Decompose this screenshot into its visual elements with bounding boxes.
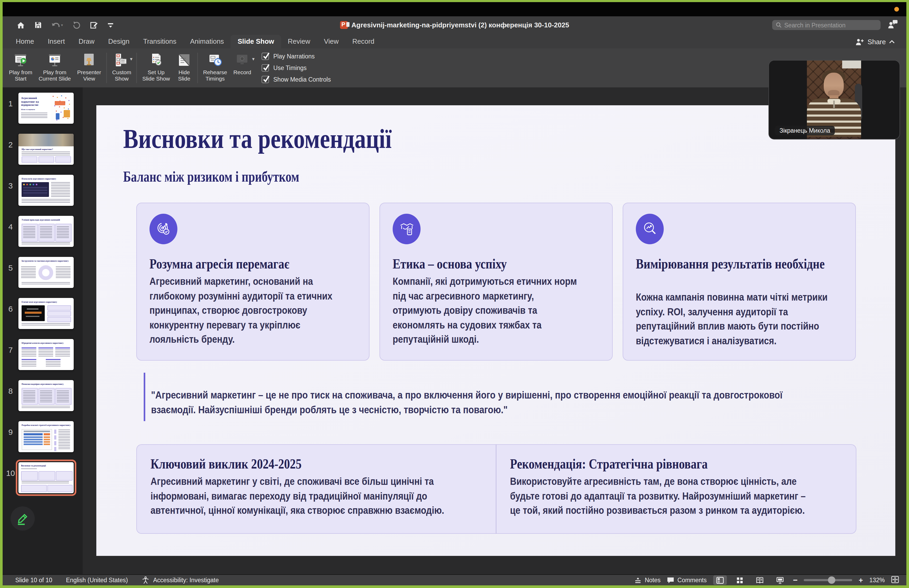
recommendation-card: Рекомендація: Стратегічна рівновага Вико… — [496, 444, 856, 534]
share-button[interactable]: Share — [856, 38, 906, 46]
chevron-up-icon — [889, 40, 895, 44]
titlebar: ▾ Agresivnij-marketing-na-pidpriyemstvi … — [3, 16, 906, 34]
zoom-level[interactable]: 132% — [869, 577, 885, 583]
magnifier-chart-icon — [636, 214, 664, 244]
pencil-icon — [16, 512, 29, 525]
normal-view-button[interactable] — [713, 575, 727, 585]
powerpoint-app-icon — [340, 21, 348, 29]
quick-access-toolbar: ▾ — [3, 21, 113, 29]
tab-home[interactable]: Home — [9, 35, 41, 48]
thumbnail-slide-7[interactable]: 7 Юридичні аспекти агресивного маркетинг… — [3, 339, 82, 370]
notes-button[interactable]: Notes — [634, 577, 660, 583]
webcam-overlay[interactable]: Зікранець Микола — [769, 60, 900, 139]
tab-transitions[interactable]: Transitions — [136, 35, 183, 48]
slide-indicator: Slide 10 of 10 — [15, 577, 52, 583]
slide-editing-area: Висновки та рекомендації Баланс між ризи… — [82, 87, 906, 574]
check-icon — [263, 52, 270, 59]
slide-title: Висновки та рекомендації — [123, 123, 392, 155]
document-title: Agresivnij-marketing-na-pidpriyemstvi (2… — [351, 21, 569, 29]
comments-icon — [667, 577, 674, 583]
draw-pencil-button[interactable] — [11, 506, 35, 531]
record-button[interactable]: ▼ Record — [230, 48, 255, 87]
notes-icon — [634, 577, 642, 583]
slide-show-view-button[interactable] — [773, 575, 786, 585]
thumbnail-slide-9[interactable]: 9 Розробка власної стратегії агресивного… — [3, 421, 82, 452]
play-narrations-checkbox[interactable]: Play Narrations — [262, 53, 331, 60]
play-from-start-button[interactable]: Play fromStart — [6, 48, 36, 87]
quote-block: "Агресивний маркетинг – це не про тиск н… — [144, 373, 814, 421]
slide-sorter-view-button[interactable] — [733, 575, 747, 585]
custom-show-button[interactable]: ▼ CustomShow — [109, 48, 134, 87]
comments-button[interactable]: Comments — [667, 577, 707, 583]
thumbnail-slide-1[interactable]: 1 Агресивний маркетинг на підприємстві Ш… — [3, 93, 82, 124]
share-person-icon — [856, 39, 865, 45]
zoom-slider[interactable] — [804, 579, 852, 581]
slide-subtitle: Баланс між ризиком і прибутком — [123, 168, 299, 185]
edit-document-icon[interactable] — [89, 21, 98, 29]
thumbnail-slide-3[interactable]: 3 Психологія агресивного маркетингу — [3, 175, 82, 206]
home-icon[interactable] — [16, 21, 25, 29]
menubar-strip — [3, 2, 906, 16]
ribbon-tab-row: Home Insert Draw Design Transitions Anim… — [3, 34, 906, 48]
tab-insert[interactable]: Insert — [41, 35, 72, 48]
conclusion-card-2: Етика – основа успіху Компанії, які дотр… — [379, 203, 613, 360]
tab-animations[interactable]: Animations — [183, 35, 231, 48]
zoom-out-button[interactable]: − — [793, 577, 798, 583]
tab-review[interactable]: Review — [281, 35, 317, 48]
thumbnail-slide-6[interactable]: 6 Етичні межі агресивного маркетингу — [3, 298, 82, 329]
challenge-card: Ключовий виклик 2024-2025 Агресивний мар… — [136, 444, 496, 534]
accessibility-icon — [142, 576, 150, 584]
handshake-icon — [393, 214, 421, 244]
play-from-current-slide-button[interactable]: Play fromCurrent Slide — [36, 48, 74, 87]
contacts-icon[interactable] — [887, 19, 898, 31]
tab-design[interactable]: Design — [101, 35, 136, 48]
zoom-in-button[interactable]: + — [859, 577, 863, 583]
conclusion-card-1: Розумна агресія перемагає Агресивний мар… — [136, 203, 370, 360]
status-bar: Slide 10 of 10 English (United States) A… — [3, 574, 906, 585]
thumb-illustration — [50, 94, 73, 123]
search-input[interactable]: Search in Presentation — [772, 20, 881, 30]
ribbon-separator — [137, 53, 137, 83]
check-icon — [263, 63, 270, 71]
thumbnail-slide-4[interactable]: 4 Успішні приклади агресивних кампаній — [3, 216, 82, 247]
slide-thumbnail-panel: 1 Агресивний маркетинг на підприємстві Ш… — [3, 87, 82, 574]
accessibility-status[interactable]: Accessibility: Investigate — [142, 576, 219, 584]
document-title-wrap: Agresivnij-marketing-na-pidpriyemstvi (2… — [3, 16, 906, 34]
reading-view-button[interactable] — [753, 575, 767, 585]
presenter-view-button[interactable]: PresenterView — [74, 48, 104, 87]
tab-record[interactable]: Record — [346, 35, 381, 48]
tab-slide-show[interactable]: Slide Show — [231, 35, 281, 48]
thumbnail-slide-8[interactable]: 8 Помилки надмірно агресивного маркетинг… — [3, 380, 82, 411]
zoom-slider-knob — [828, 577, 836, 584]
ribbon-separator — [106, 53, 107, 83]
hide-slide-button[interactable]: HideSlide — [173, 48, 195, 87]
thumbnail-slide-10-selected[interactable]: 10 Висновки та рекомендації — [3, 462, 82, 493]
slide-canvas[interactable]: Висновки та рекомендації Баланс між ризи… — [96, 105, 895, 556]
set-up-slide-show-button[interactable]: Set UpSlide Show — [139, 48, 173, 87]
participant-name: Зікранець Микола — [775, 126, 835, 135]
fit-slide-to-window-button[interactable] — [891, 576, 899, 584]
show-media-controls-checkbox[interactable]: Show Media Controls — [262, 76, 331, 83]
tab-draw[interactable]: Draw — [72, 35, 101, 48]
thumbnail-slide-2[interactable]: 2 Що таке агресивний маркетинг? — [3, 134, 82, 165]
customize-quick-access-icon[interactable] — [107, 22, 113, 28]
conclusion-card-3: Вимірювання результатів необхідне Кожна … — [623, 203, 856, 360]
use-timings-checkbox[interactable]: Use Timings — [262, 64, 331, 72]
screen-border: ▾ Agresivnij-marketing-na-pidpriyemstvi … — [0, 0, 909, 588]
ribbon-checkboxes: Play Narrations Use Timings Show Media C… — [262, 48, 331, 87]
redo-icon[interactable] — [72, 21, 80, 29]
search-icon — [776, 22, 781, 28]
save-icon[interactable] — [34, 21, 42, 29]
recording-indicator-dot — [894, 7, 899, 11]
tab-view[interactable]: View — [317, 35, 346, 48]
undo-icon[interactable]: ▾ — [51, 21, 63, 29]
language-indicator[interactable]: English (United States) — [66, 577, 128, 583]
ribbon-separator — [197, 53, 198, 83]
target-check-icon — [150, 214, 178, 244]
rehearse-timings-button[interactable]: RehearseTimings — [200, 48, 230, 87]
check-icon — [263, 75, 270, 82]
thumbnail-slide-5[interactable]: 5 Інструменти та тактики агресивного мар… — [3, 257, 82, 288]
